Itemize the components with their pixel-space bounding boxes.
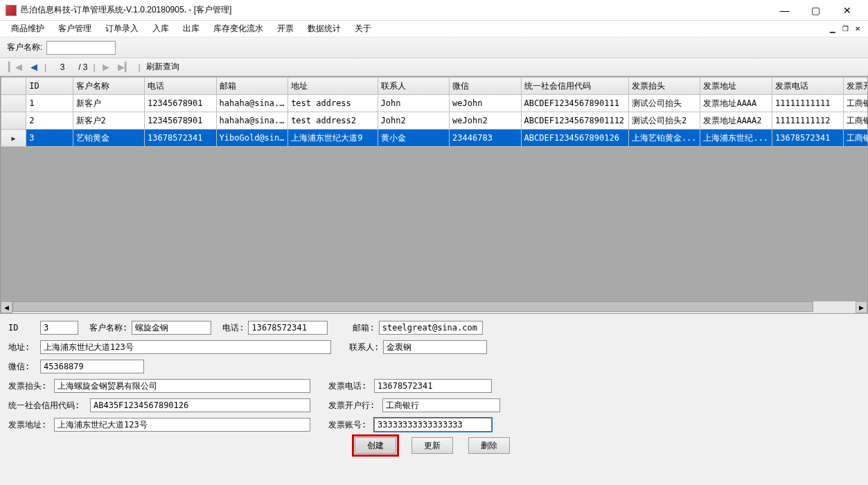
table-cell[interactable]: ABCDEF12345678901112 [521,112,628,130]
col-creditcode[interactable]: 统一社会信用代码 [521,78,628,95]
menu-stockout[interactable]: 出库 [176,21,206,37]
window-title: 邑泊信息科技-订单管理系统-V.1.0.20180905. - [客户管理] [21,4,769,16]
nav-prev-icon[interactable]: ◀ [29,62,39,72]
table-cell[interactable]: 工商银行 [844,130,868,147]
table-cell[interactable]: 12345678901 [145,112,217,130]
table-cell[interactable]: 1 [26,95,73,112]
nav-next-icon[interactable]: ▶ [101,62,111,72]
table-cell[interactable]: 新客户2 [73,112,145,130]
menu-invoice[interactable]: 开票 [270,21,301,37]
table-cell[interactable]: 13678572341 [772,130,844,147]
update-button[interactable]: 更新 [411,437,453,454]
nav-total-pages: / 3 [78,62,87,72]
table-cell[interactable]: 新客户 [73,95,145,112]
col-invoicebank[interactable]: 发票开户 [844,78,868,95]
col-contact[interactable]: 联系人 [378,78,450,95]
table-cell[interactable]: hahaha@sina.com [216,112,288,130]
mdi-minimize-icon[interactable]: ▁ [826,24,839,35]
table-cell[interactable]: ABCDEF1234567890126 [521,130,628,147]
table-cell[interactable]: hahaha@sina.com [216,95,288,112]
table-cell[interactable]: 艺铂黄金 [73,130,145,147]
table-cell[interactable]: 12345678901 [145,95,217,112]
table-row[interactable]: 1新客户12345678901hahaha@sina.comtest addre… [1,95,869,112]
create-button[interactable]: 创建 [355,437,396,454]
minimize-button[interactable]: — [769,1,800,20]
invoice-addr-field[interactable] [54,418,310,432]
table-cell[interactable]: test address [288,95,378,112]
scroll-left-icon[interactable]: ◀ [1,301,12,313]
table-cell[interactable]: 23446783 [450,130,522,147]
row-selector[interactable] [1,112,26,130]
delete-button[interactable]: 删除 [468,437,510,454]
email-field[interactable] [379,321,483,335]
address-field[interactable] [40,340,331,354]
table-row[interactable]: 2新客户212345678901hahaha@sina.comtest addr… [1,112,869,130]
table-cell[interactable]: 13678572341 [145,130,217,147]
col-address[interactable]: 地址 [288,78,378,95]
table-cell[interactable]: weJohn [450,95,522,112]
table-cell[interactable]: 测试公司抬头 [628,95,700,112]
invoice-phone-field[interactable] [374,379,492,393]
scroll-track[interactable] [12,301,856,313]
nav-first-icon[interactable]: ▎◀ [7,62,24,72]
maximize-button[interactable]: ▢ [800,1,831,20]
phone-field[interactable] [248,321,328,335]
customer-grid[interactable]: ID 客户名称 电话 邮箱 地址 联系人 微信 统一社会信用代码 发票抬头 发票… [1,77,868,147]
menu-stockin[interactable]: 入库 [145,21,176,37]
nav-refresh-link[interactable]: 刷新查询 [146,61,179,73]
invoice-bank-field[interactable] [382,398,500,412]
table-cell[interactable]: John2 [378,112,450,130]
contact-field[interactable] [383,340,487,354]
menu-product[interactable]: 商品维护 [4,21,51,37]
menu-stats[interactable]: 数据统计 [301,21,348,37]
table-cell[interactable]: 2 [26,112,73,130]
table-cell[interactable]: 3 [26,130,73,147]
table-cell[interactable]: 发票地址AAAA [700,95,772,112]
table-cell[interactable]: John [378,95,450,112]
menu-customer[interactable]: 客户管理 [51,21,98,37]
contact-label: 联系人: [349,342,379,353]
col-name[interactable]: 客户名称 [73,78,145,95]
table-cell[interactable]: 工商银行 [844,95,868,112]
scroll-thumb[interactable] [12,301,813,312]
row-selector[interactable] [1,95,26,112]
col-invoicetitle[interactable]: 发票抬头 [628,78,700,95]
id-field[interactable] [40,321,78,335]
table-cell[interactable]: test address2 [288,112,378,130]
close-button[interactable]: ✕ [831,1,862,20]
table-cell[interactable]: 测试公司抬头2 [628,112,700,130]
table-cell[interactable]: 11111111112 [772,112,844,130]
nav-last-icon[interactable]: ▶▎ [116,62,133,72]
menu-order[interactable]: 订单录入 [98,21,145,37]
table-cell[interactable]: 上海艺铂黄金... [628,130,700,147]
credit-code-field[interactable] [90,398,310,412]
table-cell[interactable]: YiboGold@sin... [216,130,288,147]
mdi-close-icon[interactable]: ✕ [851,24,864,35]
table-cell[interactable]: 工商银行2 [844,112,868,130]
name-field[interactable] [132,321,211,335]
table-cell[interactable]: 发票地址AAAA2 [700,112,772,130]
table-cell[interactable]: ABCDEF1234567890111 [521,95,628,112]
col-invoicephone[interactable]: 发票电话 [772,78,844,95]
table-cell[interactable]: 黄小金 [378,130,450,147]
col-id[interactable]: ID [26,78,73,95]
scroll-right-icon[interactable]: ▶ [856,301,867,313]
table-row[interactable]: ▶3艺铂黄金13678572341YiboGold@sin...上海浦东世纪大道… [1,130,869,147]
menu-about[interactable]: 关于 [348,21,378,37]
invoice-title-field[interactable] [54,379,310,393]
table-cell[interactable]: 上海浦东世纪... [700,130,772,147]
horizontal-scrollbar[interactable]: ◀ ▶ [1,301,867,313]
col-invoiceaddr[interactable]: 发票地址 [700,78,772,95]
menu-inventory[interactable]: 库存变化流水 [206,21,270,37]
mdi-restore-icon[interactable]: ❐ [839,24,851,35]
col-wechat[interactable]: 微信 [450,78,522,95]
table-cell[interactable]: 11111111111 [772,95,844,112]
table-cell[interactable]: weJohn2 [450,112,522,130]
invoice-acct-field[interactable] [374,418,492,432]
row-selector[interactable]: ▶ [1,130,26,147]
col-phone[interactable]: 电话 [145,78,217,95]
customer-name-search-input[interactable] [46,41,116,55]
table-cell[interactable]: 上海浦东世纪大道9 [288,130,378,147]
wechat-field[interactable] [40,360,144,373]
col-email[interactable]: 邮箱 [216,78,288,95]
